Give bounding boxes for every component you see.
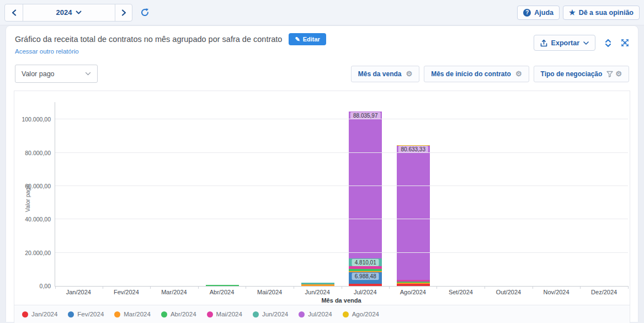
bar-segment[interactable]: [349, 269, 382, 271]
bar-slot: [151, 102, 199, 286]
metric-select[interactable]: Valor pago: [15, 65, 98, 83]
next-year-button[interactable]: [115, 4, 132, 21]
bar-segment[interactable]: [301, 284, 334, 286]
stacked-bar[interactable]: [301, 283, 334, 286]
refresh-button[interactable]: [140, 8, 150, 17]
legend-item[interactable]: Jan/2024: [22, 311, 57, 317]
chart-legend: Jan/2024Fev/2024Mar/2024Abr/2024Mai/2024…: [14, 305, 630, 323]
stacked-bar[interactable]: [206, 285, 239, 286]
legend-color-dot: [161, 311, 167, 317]
x-axis-labels: Jan/2024Fev/2024Mar/2024Abr/2024Mai/2024…: [55, 289, 628, 295]
bar-segment[interactable]: [349, 271, 382, 273]
legend-color-dot: [22, 311, 28, 317]
x-axis-label: Jun/2024: [294, 289, 342, 295]
plot-area: 6.988,484.810,0188.035,9780.633,33: [55, 102, 628, 287]
legend-item[interactable]: Fev/2024: [68, 311, 104, 317]
bar-segment[interactable]: 4.810,01: [349, 258, 382, 267]
feedback-label: Dê a sua opinião: [579, 9, 634, 17]
x-axis-label: Mar/2024: [150, 289, 198, 295]
metric-select-value: Valor pago: [22, 70, 55, 78]
filter-label: Mês de início do contrato: [431, 70, 511, 78]
fullscreen-button[interactable]: [621, 39, 629, 47]
star-icon: ★: [569, 9, 576, 16]
legend-color-dot: [253, 311, 259, 317]
bar-segment[interactable]: [397, 283, 430, 284]
x-axis-label: Nov/2024: [533, 289, 581, 295]
report-panel: Gráfico da receita total de contratos no…: [6, 25, 638, 322]
legend-label: Jun/2024: [262, 311, 288, 317]
x-axis-label: Out/2024: [485, 289, 533, 295]
topbar-right-actions: ? Ajuda ★ Dê a sua opinião: [517, 6, 640, 20]
bar-slot: 80.633,33: [390, 102, 438, 286]
legend-label: Mar/2024: [124, 311, 151, 317]
bar-slot: [294, 102, 342, 286]
legend-color-dot: [68, 311, 74, 317]
feedback-button[interactable]: ★ Dê a sua opinião: [563, 6, 640, 20]
legend-item[interactable]: Ago/2024: [343, 311, 379, 317]
bar-segment[interactable]: [206, 285, 239, 286]
report-header-actions: Exportar: [534, 35, 629, 51]
chevron-right-icon: [121, 9, 126, 16]
legend-label: Jan/2024: [31, 311, 57, 317]
reorder-button[interactable]: [604, 39, 612, 47]
legend-item[interactable]: Jun/2024: [253, 311, 288, 317]
bar-slot: [199, 102, 247, 286]
funnel-icon: [606, 71, 613, 77]
legend-item[interactable]: Mar/2024: [114, 311, 151, 317]
bar-slot: [533, 102, 581, 286]
filter-mes-da-venda[interactable]: Mês da venda ⚙: [351, 66, 419, 82]
help-label: Ajuda: [534, 9, 553, 17]
bar-segment[interactable]: 80.633,33: [397, 145, 430, 279]
data-label: 4.810,01: [352, 259, 379, 266]
legend-color-dot: [114, 311, 120, 317]
legend-label: Mai/2024: [216, 311, 242, 317]
edit-button[interactable]: ✎ Editar: [289, 33, 326, 45]
pencil-icon: ✎: [295, 36, 300, 43]
report-title: Gráfico da receita total de contratos no…: [15, 35, 282, 44]
previous-year-button[interactable]: [5, 4, 23, 21]
bar-segment[interactable]: [397, 280, 430, 282]
legend-label: Ago/2024: [352, 311, 379, 317]
bar-segment[interactable]: 6.988,48: [349, 272, 382, 284]
other-report-link[interactable]: Acessar outro relatório: [15, 48, 79, 55]
bar-slot: [437, 102, 485, 286]
x-axis-label: Abr/2024: [198, 289, 246, 295]
bar-segment[interactable]: [349, 284, 382, 286]
data-label: 88.035,97: [350, 112, 381, 119]
edit-label: Editar: [303, 36, 320, 43]
legend-color-dot: [343, 311, 349, 317]
stacked-bar[interactable]: 6.988,484.810,0188.035,97: [349, 112, 382, 286]
bar-segment[interactable]: [397, 282, 430, 283]
legend-item[interactable]: Mai/2024: [207, 311, 242, 317]
legend-item[interactable]: Jul/2024: [299, 311, 332, 317]
x-axis-label: Set/2024: [437, 289, 485, 295]
bar-segment[interactable]: 88.035,97: [349, 112, 382, 258]
report-header-left: Gráfico da receita total de contratos no…: [15, 33, 326, 56]
filter-tipo-negociacao[interactable]: Tipo de negociação ⚙: [534, 66, 629, 82]
x-axis-label: Dez/2024: [580, 289, 628, 295]
filter-mes-inicio-contrato[interactable]: Mês de início do contrato ⚙: [424, 66, 529, 82]
gridline: [55, 152, 628, 153]
x-axis-title: Mês da venda: [55, 297, 628, 304]
x-axis-label: Mai/2024: [246, 289, 294, 295]
bar-segment[interactable]: [301, 283, 334, 284]
filter-label: Mês da venda: [358, 70, 402, 78]
stacked-bar[interactable]: 80.633,33: [397, 145, 430, 286]
y-tick-label: 80.000,00: [14, 150, 51, 156]
bar-segment[interactable]: [397, 284, 430, 286]
year-dropdown[interactable]: 2024: [23, 4, 115, 21]
gridline: [55, 252, 628, 253]
gear-icon: ⚙: [615, 70, 622, 77]
x-axis-label: Fev/2024: [103, 289, 151, 295]
refresh-icon: [140, 8, 150, 17]
help-button[interactable]: ? Ajuda: [517, 6, 560, 20]
dimension-filter-group: Mês da venda ⚙ Mês de início do contrato…: [351, 66, 629, 82]
export-icon: [540, 39, 547, 47]
bar-segment[interactable]: [349, 266, 382, 269]
year-navigator: 2024: [4, 4, 132, 22]
gridline: [55, 219, 628, 219]
legend-item[interactable]: Abr/2024: [161, 311, 196, 317]
gridline: [55, 119, 628, 119]
x-axis-label: Jul/2024: [341, 289, 389, 295]
export-button[interactable]: Exportar: [534, 35, 595, 51]
